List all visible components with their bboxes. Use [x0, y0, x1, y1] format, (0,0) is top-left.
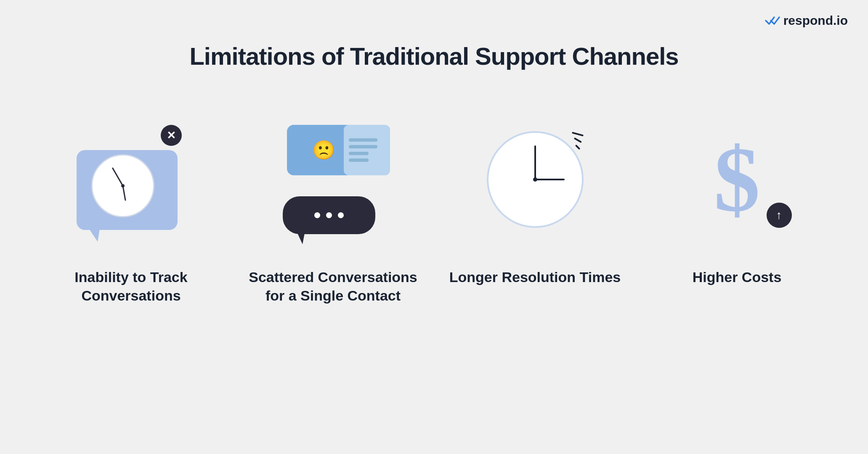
stress-line-1 — [571, 132, 583, 136]
clock-face — [91, 154, 154, 217]
card-track-label: Inability to Track Conversations — [43, 268, 220, 305]
card-resolution-icon-wrapper — [447, 112, 624, 247]
x-badge: ✕ — [161, 125, 182, 146]
stress-line-2 — [573, 137, 581, 143]
text-line-3 — [349, 152, 369, 155]
clock-large-hand-v — [534, 145, 536, 179]
typing-dot-2 — [326, 212, 332, 218]
typing-dot-3 — [338, 212, 344, 218]
scattered-icon: 🙁 — [270, 121, 396, 238]
sad-face-icon: 🙁 — [312, 139, 335, 161]
clock-hand-hour — [122, 186, 126, 201]
typing-dot-1 — [314, 212, 320, 218]
text-line-4 — [349, 158, 369, 162]
card-resolution: Longer Resolution Times — [447, 112, 624, 286]
clock-hand-minute — [111, 167, 123, 186]
card-scattered-label: Scattered Conversations for a Single Con… — [245, 268, 422, 305]
stress-lines — [572, 133, 584, 148]
up-arrow-badge: ↑ — [767, 203, 792, 228]
page-title: Limitations of Traditional Support Chann… — [189, 42, 678, 70]
bubble-text-lines — [344, 125, 390, 175]
card-costs-label: Higher Costs — [693, 268, 782, 286]
costs-icon: $ ↑ — [678, 121, 796, 238]
card-scattered-icon-wrapper: 🙁 — [245, 112, 422, 247]
clock-large-dot — [533, 177, 537, 182]
clock-dot — [121, 184, 125, 187]
clock-center — [93, 156, 153, 216]
large-clock — [487, 131, 584, 228]
bubble-dark — [283, 196, 375, 234]
logo-icon — [765, 15, 780, 26]
track-icon: ✕ — [72, 121, 190, 238]
cards-container: ✕ Inability to Track Conversations 🙁 — [0, 112, 868, 305]
dollar-sign-icon: $ — [714, 133, 760, 226]
logo: respond.io — [765, 13, 848, 28]
card-costs-icon-wrapper: $ ↑ — [649, 112, 826, 247]
text-line-1 — [349, 138, 378, 142]
logo-text: respond.io — [783, 13, 848, 28]
card-costs: $ ↑ Higher Costs — [649, 112, 826, 286]
card-track: ✕ Inability to Track Conversations — [43, 112, 220, 305]
card-track-icon-wrapper: ✕ — [43, 112, 220, 247]
card-scattered: 🙁 Scattered Conversations for a Single C… — [245, 112, 422, 305]
clock-large-hand-h — [535, 179, 565, 180]
resolution-icon — [476, 121, 594, 238]
stress-line-3 — [575, 145, 580, 150]
card-resolution-label: Longer Resolution Times — [449, 268, 621, 286]
text-line-2 — [349, 145, 378, 148]
